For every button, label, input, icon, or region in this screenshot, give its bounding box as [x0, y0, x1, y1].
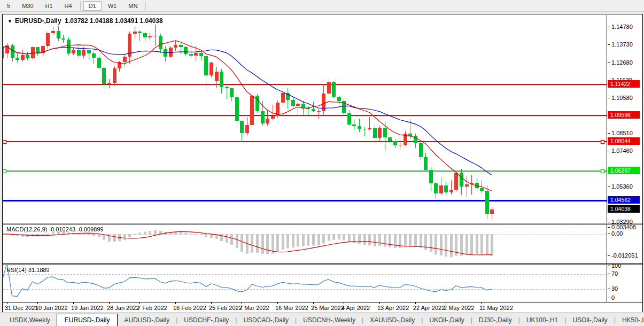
price-axis-tick-label: 1.08510 — [611, 130, 633, 136]
hline-price-tag: 1.04562 — [608, 196, 640, 204]
axis-tick-mark — [608, 227, 610, 228]
symbol-tab-hk50-i[interactable]: HK50-,I — [616, 314, 644, 326]
date-tick-mark — [7, 302, 7, 304]
symbol-tab-usdcnh-weekly[interactable]: USDCNH-,Weekly — [297, 314, 362, 326]
price-axis-tick-label: 100 — [611, 262, 621, 269]
application-window: 5M30H1H4D1W1MN ▼EURUSD-,Daily 1.03782 1.… — [0, 0, 644, 326]
axis-tick-mark — [608, 234, 610, 234]
date-axis-label: 16 Mar 2022 — [275, 305, 308, 311]
price-axis-divider — [607, 15, 607, 302]
date-tick-mark — [242, 302, 242, 304]
axis-tick-mark — [608, 255, 610, 256]
date-tick-mark — [109, 302, 110, 304]
rsi-label: RSI(14) 31.1889 — [6, 267, 50, 273]
symbol-tab-usoil-daily[interactable]: USOil-,Daily — [566, 314, 614, 326]
symbol-dropdown-icon[interactable]: ▼ — [7, 19, 12, 24]
macd-label: MACD(12,26,9) -0.010243 -0.009899 — [6, 226, 104, 232]
date-tick-mark — [415, 302, 416, 304]
price-axis-tick-label: 0.003408 — [611, 224, 636, 230]
hline-price-tag: 1.08044 — [608, 137, 640, 145]
axis-tick-mark — [608, 222, 610, 222]
symbol-tab-audusd-daily[interactable]: AUDUSD-,Daily — [118, 314, 176, 326]
date-tick-mark — [73, 302, 74, 304]
date-tick-mark — [482, 302, 482, 304]
symbol-tab-dj30-daily[interactable]: DJ30-,Daily — [472, 314, 518, 326]
toolbar-divider — [80, 2, 81, 10]
date-axis-label: 11 May 2022 — [479, 305, 513, 311]
axis-tick-mark — [608, 274, 610, 274]
date-tick-mark — [446, 302, 446, 304]
rsi-value: 31.1889 — [28, 267, 50, 273]
symbol-tab-xauusd-daily[interactable]: XAUUSD-,Daily — [363, 314, 421, 326]
date-tick-mark — [37, 302, 38, 304]
axis-tick-mark — [608, 151, 610, 151]
date-axis-label: 16 Feb 2022 — [173, 305, 206, 311]
date-axis-label: 25 Mar 2022 — [311, 305, 344, 311]
timeframe-button-h4[interactable]: H4 — [59, 1, 77, 11]
price-axis-tick-label: 0 — [611, 294, 615, 301]
date-tick-mark — [277, 302, 278, 304]
date-axis-label: 4 Apr 2022 — [342, 305, 370, 311]
price-chart-canvas[interactable] — [3, 15, 607, 223]
date-axis-label: 25 Feb 2022 — [209, 305, 242, 311]
chart-ohlc-values: 1.03782 1.04188 1.03491 1.04038 — [65, 17, 163, 25]
axis-tick-mark — [608, 63, 610, 63]
price-axis-tick-label: 1.05360 — [611, 183, 633, 190]
date-tick-mark — [379, 302, 380, 304]
date-axis-label: 22 Apr 2022 — [413, 305, 445, 311]
timeframe-button-d1[interactable]: D1 — [83, 1, 102, 11]
price-axis-tick-label: 1.13730 — [611, 41, 633, 48]
date-axis-label: 2 May 2022 — [444, 305, 474, 311]
timeframe-button-5[interactable]: 5 — [2, 1, 15, 11]
axis-tick-mark — [608, 98, 610, 98]
axis-tick-mark — [608, 266, 610, 266]
axis-tick-mark — [608, 187, 610, 187]
price-axis-tick-label: 1.07460 — [611, 148, 633, 154]
price-axis-tick-label: 1.12680 — [611, 59, 633, 66]
current-price-tag: 1.04038 — [608, 205, 640, 213]
date-axis-label: 19 Jan 2022 — [71, 305, 104, 311]
price-axis-tick-label: 30 — [611, 285, 618, 292]
symbol-tab-usdx-weekly[interactable]: USDX,Weekly — [3, 314, 57, 326]
date-axis-label: 13 Apr 2022 — [377, 305, 409, 311]
price-axis-tick-label: 0.00 — [611, 230, 623, 237]
price-axis-tick-label: 70 — [611, 270, 618, 277]
hline-price-tag: 1.06297 — [608, 167, 640, 174]
timeframe-toolbar: 5M30H1H4D1W1MN — [0, 0, 644, 12]
timeframe-button-w1[interactable]: W1 — [103, 1, 122, 11]
timeframe-button-h1[interactable]: H1 — [40, 1, 58, 11]
date-axis-label: 7 Mar 2022 — [239, 305, 269, 311]
date-axis-label: 31 Dec 2021 — [5, 305, 38, 311]
axis-tick-mark — [608, 27, 610, 27]
date-axis-label: 28 Jan 2022 — [107, 305, 139, 311]
axis-tick-mark — [608, 44, 610, 45]
pane-separator-macd[interactable] — [3, 223, 642, 224]
price-axis-tick-label: 1.10580 — [611, 95, 633, 101]
date-tick-mark — [313, 302, 314, 304]
date-tick-mark — [139, 302, 140, 304]
pane-separator-rsi[interactable] — [3, 263, 642, 265]
price-axis-tick-label: -0.012051 — [611, 252, 638, 259]
hline-price-tag: 1.09596 — [608, 111, 640, 119]
date-axis-label: 10 Jan 2022 — [35, 305, 68, 311]
date-tick-mark — [211, 302, 212, 304]
date-axis[interactable]: 31 Dec 202110 Jan 202219 Jan 202228 Jan … — [3, 302, 642, 312]
axis-tick-mark — [608, 298, 610, 298]
timeframe-button-m30[interactable]: M30 — [17, 1, 38, 11]
axis-tick-mark — [608, 289, 610, 289]
rsi-indicator-canvas[interactable] — [3, 265, 607, 302]
macd-name: MACD(12,26,9) — [6, 226, 47, 232]
axis-tick-mark — [608, 133, 610, 134]
hline-price-tag: 1.11422 — [608, 80, 640, 88]
macd-values: -0.010243 -0.009899 — [49, 226, 103, 232]
symbol-tabbar: USDX,WeeklyEURUSD-,DailyAUDUSD-,Daily|US… — [0, 313, 644, 326]
toolbar-divider — [145, 2, 146, 10]
symbol-tab-eurusd-daily[interactable]: EURUSD-,Daily — [57, 314, 118, 326]
chart-window: ▼EURUSD-,Daily 1.03782 1.04188 1.03491 1… — [2, 14, 643, 312]
symbol-tab-usdchf-daily[interactable]: USDCHF-,Daily — [177, 314, 235, 326]
symbol-tab-usdcad-daily[interactable]: USDCAD-,Daily — [237, 314, 295, 326]
date-tick-mark — [175, 302, 176, 304]
symbol-tab-uk100-h1[interactable]: UK100-,H1 — [520, 314, 564, 326]
timeframe-button-mn[interactable]: MN — [123, 1, 143, 11]
symbol-tab-ukoil-daily[interactable]: UKOil-,Daily — [423, 314, 470, 326]
